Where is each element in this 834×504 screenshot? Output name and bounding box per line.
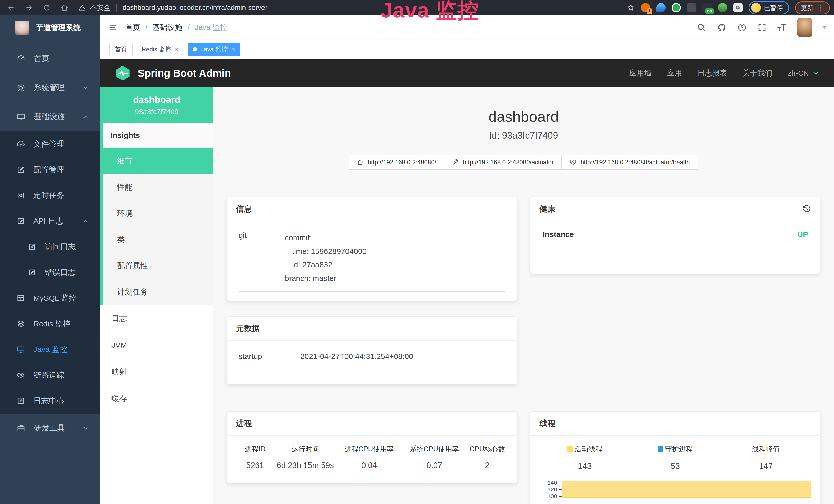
note-edit-icon: [17, 396, 25, 405]
actuator-url: http://192.168.0.2:48080/actuator: [463, 159, 554, 166]
sidebar-item-access-logs[interactable]: 访问日志: [0, 234, 100, 259]
font-size-icon[interactable]: TT: [777, 23, 787, 32]
sidebar-item-log-center[interactable]: 日志中心: [0, 388, 100, 414]
sba-instance-id: 93a3fc7f7409: [135, 108, 178, 116]
sba-menu-classes[interactable]: 类: [103, 226, 213, 253]
process-card-body: 进程ID 5261 运行时间 6d 23h 15m 59s 进程CPU使用率 0…: [227, 436, 517, 470]
sidebar-item-scheduled-tasks[interactable]: 定时任务: [0, 183, 100, 208]
home-icon[interactable]: [61, 4, 68, 12]
sidebar-item-label: 配置管理: [34, 165, 64, 175]
sba-nav-applications[interactable]: 应用: [667, 68, 682, 78]
sba-menu-scheduled-tasks[interactable]: 计划任务: [103, 279, 213, 305]
avatar-caret-icon[interactable]: ▾: [823, 24, 826, 31]
extensions-puzzle-icon[interactable]: ⧉: [733, 3, 743, 12]
sidebar-item-home[interactable]: 首页: [0, 44, 100, 73]
user-avatar[interactable]: [797, 18, 812, 37]
y-tick-label: 120: [548, 486, 557, 493]
bookmark-star-icon[interactable]: [627, 4, 635, 12]
gear-icon: [17, 83, 26, 92]
extension-icon-green-circle[interactable]: [672, 3, 681, 12]
github-icon[interactable]: [717, 23, 727, 32]
timer-icon: [17, 191, 25, 200]
sba-brand[interactable]: Spring Boot Admin: [138, 68, 231, 79]
sba-menu-details[interactable]: 细节: [103, 148, 213, 174]
sba-menu-config-props[interactable]: 配置属性: [103, 253, 213, 279]
cards-grid: 信息 git commit: time: 1596289704000 id: 2…: [226, 197, 821, 504]
extension-icon-dark[interactable]: on: [702, 3, 712, 12]
threads-card-header: 线程: [530, 412, 821, 436]
extension-icon-orange[interactable]: 1: [641, 3, 650, 12]
sba-instance-header[interactable]: dashboard 93a3fc7f7409: [100, 87, 213, 123]
git-time-line: time: 1596289704000: [285, 245, 505, 258]
legend-swatch-yellow: [567, 446, 572, 452]
tag-java-monitor[interactable]: Java 监控 ×: [188, 43, 240, 56]
extension-icon-pin[interactable]: [656, 3, 665, 12]
sba-menu-logs[interactable]: 日志: [100, 305, 213, 332]
sidebar-item-api-logs[interactable]: API 日志: [0, 208, 100, 234]
sidebar-item-label: 日志中心: [34, 396, 64, 406]
sidebar-item-file-management[interactable]: 文件管理: [0, 131, 100, 157]
table-icon: [17, 294, 25, 302]
search-icon[interactable]: [697, 23, 706, 32]
sba-menu-environment[interactable]: 环境: [103, 200, 213, 226]
sidebar-item-system-management[interactable]: 系统管理: [0, 73, 100, 102]
sidebar-item-infrastructure[interactable]: 基础设施: [0, 102, 100, 131]
address-bar[interactable]: 不安全 dashboard.yudao.iocoder.cn/infra/adm…: [79, 3, 267, 12]
update-chrome-button[interactable]: 更新 ⋮: [795, 1, 830, 15]
close-icon[interactable]: ×: [231, 46, 235, 52]
health-url-button[interactable]: http://192.168.0.2:48080/actuator/health: [562, 155, 698, 170]
service-url-button[interactable]: http://192.168.0.2:48080/: [349, 155, 444, 170]
cell-value: 0.07: [402, 461, 467, 470]
back-icon[interactable]: [7, 4, 15, 12]
process-col-uptime: 运行时间 6d 23h 15m 59s: [274, 444, 336, 470]
sba-menu-caches[interactable]: 缓存: [100, 385, 213, 412]
app-title: 芋道管理系统: [36, 23, 81, 33]
browser-menu-icon[interactable]: ⋮: [817, 4, 825, 12]
sidebar-item-mysql-monitor[interactable]: MySQL 监控: [0, 285, 100, 311]
metadata-card-header: 元数据: [227, 317, 517, 341]
tag-redis-monitor[interactable]: Redis 监控 ×: [136, 43, 184, 56]
chevron-down-icon: [82, 85, 89, 91]
sba-nav-wallboard[interactable]: 应用墙: [629, 68, 652, 78]
sba-menu-metrics[interactable]: 性能: [103, 174, 213, 200]
sidebar-item-config-management[interactable]: 配置管理: [0, 157, 100, 183]
fullscreen-icon[interactable]: [758, 23, 767, 32]
chevron-up-icon: [82, 218, 89, 224]
sidebar-item-java-monitor[interactable]: Java 监控: [0, 337, 100, 362]
sba-nav-journal[interactable]: 日志报表: [697, 68, 727, 78]
paused-label: 已暂停: [764, 4, 783, 12]
sba-menu-mappings[interactable]: 映射: [100, 359, 213, 385]
extension-icon-grid[interactable]: [687, 3, 696, 12]
health-instance-row[interactable]: Instance UP: [540, 225, 811, 239]
sba-menu-jvm[interactable]: JVM: [100, 332, 213, 359]
breadcrumb-infrastructure[interactable]: 基础设施: [153, 22, 182, 32]
sidebar-item-redis-monitor[interactable]: Redis 监控: [0, 311, 100, 337]
sidebar-item-tracing[interactable]: 链路追踪: [0, 362, 100, 388]
breadcrumb-home[interactable]: 首页: [125, 22, 140, 32]
sidebar-item-error-logs[interactable]: 错误日志: [0, 259, 100, 285]
sba-nav-about[interactable]: 关于我们: [743, 68, 772, 78]
extension-icon-leaf[interactable]: [718, 3, 727, 12]
tick-mark: [559, 496, 562, 497]
paused-profile-chip[interactable]: 已暂停: [749, 1, 789, 15]
breadcrumb-separator: /: [188, 23, 190, 32]
history-icon[interactable]: [803, 205, 811, 213]
tags-view-bar: 首页 Redis 监控 × Java 监控 ×: [100, 40, 834, 59]
actuator-url-button[interactable]: http://192.168.0.2:48080/actuator: [444, 155, 562, 170]
tag-home[interactable]: 首页: [109, 43, 133, 56]
extension-on-badge: on: [705, 8, 714, 14]
chart-y-axis: 140 120 100: [540, 480, 562, 504]
app-logo-row[interactable]: 芋道管理系统: [0, 16, 100, 40]
sba-locale-select[interactable]: zh-CN: [788, 69, 820, 77]
cards-column-left: 信息 git commit: time: 1596289704000 id: 2…: [226, 197, 517, 504]
info-card: 信息 git commit: time: 1596289704000 id: 2…: [226, 197, 517, 301]
address-separator: [116, 4, 117, 12]
sidebar-item-dev-tools[interactable]: 研发工具: [0, 414, 100, 443]
sba-nav-links: 应用墙 应用 日志报表 关于我们 zh-CN: [629, 68, 820, 78]
close-icon[interactable]: ×: [175, 46, 178, 52]
reload-icon[interactable]: [43, 4, 50, 11]
card-title: 进程: [236, 418, 252, 429]
hamburger-icon[interactable]: [108, 23, 118, 32]
forward-icon[interactable]: [25, 4, 33, 12]
help-icon[interactable]: [738, 23, 747, 32]
